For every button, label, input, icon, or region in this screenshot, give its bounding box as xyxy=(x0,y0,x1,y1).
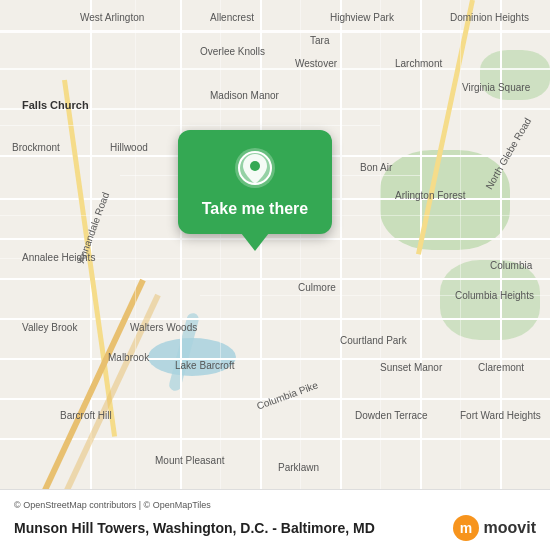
map-container: Falls ChurchWest ArlingtonAllencrestHigh… xyxy=(0,0,550,550)
location-pin-icon xyxy=(233,146,277,190)
place-name: Munson Hill Towers, Washington, D.C. - B… xyxy=(14,520,442,536)
road-h3 xyxy=(0,108,550,110)
place-info: Munson Hill Towers, Washington, D.C. - B… xyxy=(14,514,536,542)
local-street-v2 xyxy=(220,0,221,510)
map-popup: Take me there xyxy=(155,130,355,251)
attribution-text: © OpenStreetMap contributors | © OpenMap… xyxy=(14,500,536,510)
local-street-v4 xyxy=(380,0,381,510)
road-h2 xyxy=(0,68,550,70)
local-street-4 xyxy=(0,258,550,259)
green-area-arlington-forest xyxy=(380,150,510,250)
road-v5 xyxy=(420,0,422,510)
moovit-brand-icon: m xyxy=(452,514,480,542)
take-me-there-button[interactable]: Take me there xyxy=(202,200,308,218)
bottom-bar: © OpenStreetMap contributors | © OpenMap… xyxy=(0,489,550,550)
moovit-logo: m moovit xyxy=(452,514,536,542)
moovit-brand-text: moovit xyxy=(484,519,536,537)
road-h11 xyxy=(0,438,550,440)
road-h7 xyxy=(0,278,550,280)
road-v2 xyxy=(180,0,182,510)
svg-text:m: m xyxy=(459,520,471,536)
local-street-v3 xyxy=(300,0,301,510)
road-v3 xyxy=(260,0,262,510)
local-street-v5 xyxy=(460,0,461,510)
road-v6 xyxy=(500,0,502,510)
road-v4 xyxy=(340,0,342,510)
local-street-1 xyxy=(0,125,380,126)
columbia-pike-road2 xyxy=(54,294,161,514)
green-area-columbia xyxy=(440,260,540,340)
map-background xyxy=(0,0,550,550)
green-area-dominion xyxy=(480,50,550,100)
local-street-v1 xyxy=(135,0,136,510)
road-h8 xyxy=(0,318,550,320)
popup-arrow xyxy=(241,233,269,251)
road-h9 xyxy=(0,358,550,360)
popup-box: Take me there xyxy=(178,130,332,234)
local-street-5 xyxy=(200,295,550,296)
svg-point-2 xyxy=(250,161,260,171)
